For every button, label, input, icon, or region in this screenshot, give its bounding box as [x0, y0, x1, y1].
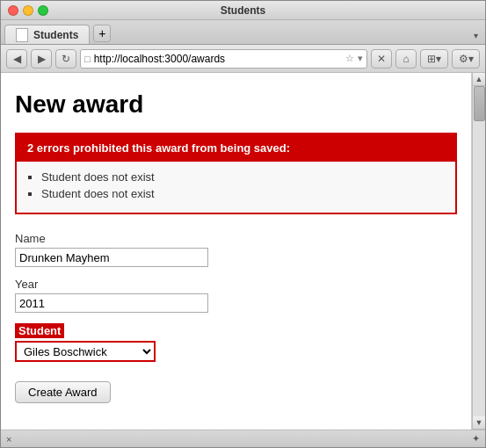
- address-bar[interactable]: □ ☆ ▾: [80, 49, 367, 69]
- year-field-group: Year: [15, 278, 457, 313]
- student-field-group: Student Giles Boschwick: [15, 323, 457, 362]
- tab-students[interactable]: Students: [4, 25, 90, 44]
- close-button[interactable]: [8, 5, 18, 16]
- student-select[interactable]: Giles Boschwick: [15, 341, 156, 362]
- name-field-group: Name: [15, 232, 457, 267]
- maximize-button[interactable]: [38, 5, 48, 16]
- scroll-down-arrow[interactable]: ▼: [473, 416, 486, 430]
- page-icon: [16, 28, 28, 42]
- student-label: Student: [15, 323, 64, 338]
- name-input[interactable]: [15, 248, 208, 267]
- year-input[interactable]: [15, 293, 208, 313]
- tools-button[interactable]: ⚙▾: [452, 49, 480, 69]
- page-icon-small: □: [84, 54, 91, 64]
- tab-label: Students: [33, 29, 78, 41]
- refresh-button[interactable]: ↻: [55, 49, 76, 69]
- back-button[interactable]: ◀: [6, 49, 27, 69]
- create-award-button[interactable]: Create Award: [15, 381, 111, 403]
- window-controls: [8, 5, 48, 16]
- error-box: 2 errors prohibited this award from bein…: [15, 133, 457, 214]
- status-bar: × ✦: [1, 430, 485, 447]
- status-left: ×: [6, 434, 11, 444]
- scroll-up-arrow[interactable]: ▲: [473, 73, 486, 86]
- tab-bar: Students + ▾: [1, 20, 485, 45]
- name-label: Name: [15, 232, 457, 245]
- content-area: New award 2 errors prohibited this award…: [1, 73, 485, 430]
- forward-button[interactable]: ▶: [31, 49, 52, 69]
- new-tab-button[interactable]: +: [93, 25, 111, 42]
- bookmark-icon[interactable]: ☆: [345, 53, 354, 64]
- error-list: Student does not exist Student does not …: [17, 162, 455, 213]
- page-title: New award: [15, 90, 457, 119]
- error-item-2: Student does not exist: [41, 187, 445, 200]
- error-header: 2 errors prohibited this award from bein…: [17, 134, 455, 162]
- year-label: Year: [15, 278, 457, 291]
- browser-window: Students Students + ▾ ◀ ▶ ↻ □ ☆ ▾ ✕ ⌂ ⊞▾…: [0, 0, 486, 448]
- url-input[interactable]: [94, 53, 342, 65]
- minimize-button[interactable]: [23, 5, 33, 16]
- dropdown-icon[interactable]: ▾: [358, 53, 363, 64]
- nav-bar: ◀ ▶ ↻ □ ☆ ▾ ✕ ⌂ ⊞▾ ⚙▾: [1, 45, 485, 73]
- status-right: ✦: [472, 433, 480, 444]
- page-content: New award 2 errors prohibited this award…: [1, 73, 472, 430]
- error-item-1: Student does not exist: [41, 170, 445, 184]
- student-select-wrapper: Giles Boschwick: [15, 341, 156, 362]
- scrollbar[interactable]: ▲ ▼: [472, 73, 485, 430]
- scroll-thumb[interactable]: [474, 86, 485, 121]
- title-bar: Students: [1, 1, 485, 20]
- bookmark-button[interactable]: ⊞▾: [420, 49, 448, 69]
- home-button[interactable]: ⌂: [395, 49, 417, 69]
- tab-dropdown-icon[interactable]: ▾: [474, 31, 478, 40]
- window-title: Students: [221, 4, 265, 17]
- stop-button[interactable]: ✕: [371, 49, 392, 69]
- scroll-track[interactable]: [473, 86, 485, 416]
